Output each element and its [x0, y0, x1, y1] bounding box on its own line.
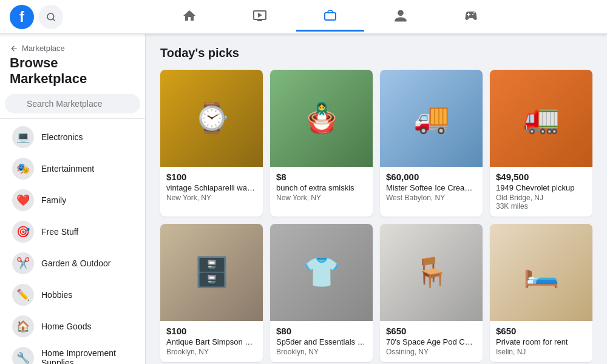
nav-marketplace-button[interactable] [296, 2, 364, 32]
sidebar-item-free-stuff[interactable]: 🎯 Free Stuff [2, 216, 143, 248]
sidebar-item-icon-free-stuff: 🎯 [12, 221, 34, 243]
nav-home-button[interactable] [155, 2, 223, 32]
product-image-p7: 🪑 [380, 224, 483, 321]
product-name-p4: 1949 Chevrolet pickup [496, 183, 586, 192]
sidebar-item-icon-family: ❤️ [12, 189, 34, 211]
sidebar-item-label-home-goods: Home Goods [41, 322, 91, 331]
product-location-p7: Ossining, NY [386, 348, 476, 356]
search-wrap [5, 94, 140, 113]
product-info-p2: $8 bunch of extra smiskis New York, NY [270, 167, 373, 208]
product-card-p6[interactable]: 👕 $80 Sp5der and Essentials Fear of God … [270, 224, 373, 362]
main-content: Today's picks ⌚ $100 vintage Schiaparell… [146, 34, 607, 364]
sidebar-item-label-free-stuff: Free Stuff [41, 227, 78, 237]
svg-line-1 [53, 19, 55, 21]
product-location-p5: Brooklyn, NY [166, 348, 257, 356]
product-price-p3: $60,000 [386, 172, 476, 182]
top-nav-center [155, 2, 505, 32]
product-name-p7: 70's Space Age Pod Chair [386, 337, 476, 346]
product-name-p3: Mister Softee Ice Cream Truck [386, 183, 476, 192]
product-price-p4: $49,500 [496, 172, 586, 182]
product-info-p6: $80 Sp5der and Essentials Fear of God Tr… [270, 321, 373, 362]
product-location-p6: Brooklyn, NY [276, 348, 367, 356]
top-nav-left: f [10, 5, 63, 29]
sidebar-item-entertainment[interactable]: 🎭 Entertainment [2, 153, 143, 184]
product-price-p1: $100 [166, 172, 257, 182]
product-info-p3: $60,000 Mister Softee Ice Cream Truck We… [380, 167, 483, 208]
sidebar-item-label-garden-outdoor: Garden & Outdoor [41, 258, 110, 268]
product-name-p1: vintage Schiaparelli watches [166, 183, 257, 192]
sidebar: Marketplace Browse Marketplace 💻 Electro… [0, 34, 146, 364]
sidebar-item-home-improvement[interactable]: 🔧 Home Improvement Supplies [2, 342, 143, 364]
products-grid: ⌚ $100 vintage Schiaparelli watches New … [160, 70, 592, 362]
breadcrumb-label: Marketplace [22, 44, 65, 53]
sidebar-item-label-home-improvement: Home Improvement Supplies [41, 348, 133, 364]
sidebar-search-input[interactable] [5, 94, 140, 113]
product-card-p8[interactable]: 🛏️ $650 Private room for rent Iselin, NJ [490, 224, 592, 362]
product-info-p8: $650 Private room for rent Iselin, NJ [490, 321, 592, 362]
global-search-button[interactable] [39, 5, 63, 29]
product-name-p6: Sp5der and Essentials Fear of God Tracks… [276, 337, 367, 346]
product-card-p7[interactable]: 🪑 $650 70's Space Age Pod Chair Ossining… [380, 224, 483, 362]
sidebar-item-garden-outdoor[interactable]: ✂️ Garden & Outdoor [2, 248, 143, 279]
product-price-p2: $8 [276, 172, 367, 182]
product-price-p5: $100 [166, 326, 257, 336]
top-nav: f [0, 0, 607, 34]
sidebar-item-label-family: Family [41, 195, 66, 205]
product-price-p8: $650 [496, 326, 586, 336]
product-location-p4: Old Bridge, NJ [496, 194, 586, 202]
product-info-p4: $49,500 1949 Chevrolet pickup Old Bridge… [490, 167, 592, 217]
sidebar-item-icon-garden-outdoor: ✂️ [12, 252, 34, 274]
product-mileage-p4: 33K miles [496, 202, 586, 211]
section-title: Today's picks [160, 46, 592, 60]
sidebar-title: Browse Marketplace [10, 55, 135, 87]
product-location-p8: Iselin, NJ [496, 348, 586, 356]
product-name-p5: Antique Bart Simpson Cabinet [166, 337, 257, 346]
product-image-p5: 🗄️ [160, 224, 263, 321]
product-location-p2: New York, NY [276, 194, 367, 202]
sidebar-item-family[interactable]: ❤️ Family [2, 184, 143, 216]
sidebar-divider [0, 118, 145, 119]
product-image-p3: 🚚 [380, 70, 483, 167]
sidebar-item-hobbies[interactable]: ✏️ Hobbies [2, 279, 143, 311]
sidebar-header: Marketplace Browse Marketplace [0, 39, 145, 94]
sidebar-back-button[interactable]: Marketplace [10, 44, 135, 53]
sidebar-item-icon-home-improvement: 🔧 [12, 347, 34, 364]
product-card-p1[interactable]: ⌚ $100 vintage Schiaparelli watches New … [160, 70, 263, 217]
sidebar-item-home-goods[interactable]: 🏠 Home Goods [2, 311, 143, 342]
product-info-p5: $100 Antique Bart Simpson Cabinet Brookl… [160, 321, 263, 362]
nav-profile-button[interactable] [367, 2, 435, 32]
nav-gaming-button[interactable] [437, 2, 505, 32]
sidebar-item-label-hobbies: Hobbies [41, 290, 72, 300]
product-image-p1: ⌚ [160, 70, 263, 167]
product-card-p5[interactable]: 🗄️ $100 Antique Bart Simpson Cabinet Bro… [160, 224, 263, 362]
sidebar-item-icon-hobbies: ✏️ [12, 284, 34, 306]
product-card-p3[interactable]: 🚚 $60,000 Mister Softee Ice Cream Truck … [380, 70, 483, 217]
sidebar-items-list: 💻 Electronics 🎭 Entertainment ❤️ Family … [0, 121, 145, 364]
nav-watch-button[interactable] [226, 2, 294, 32]
sidebar-item-icon-entertainment: 🎭 [12, 158, 34, 180]
sidebar-item-label-electronics: Electronics [41, 132, 83, 142]
product-image-p4: 🚛 [490, 70, 592, 167]
product-image-p8: 🛏️ [490, 224, 592, 321]
product-card-p2[interactable]: 🪆 $8 bunch of extra smiskis New York, NY [270, 70, 373, 217]
product-info-p7: $650 70's Space Age Pod Chair Ossining, … [380, 321, 483, 362]
facebook-logo[interactable]: f [10, 5, 34, 29]
product-name-p2: bunch of extra smiskis [276, 183, 367, 192]
sidebar-item-electronics[interactable]: 💻 Electronics [2, 121, 143, 153]
product-name-p8: Private room for rent [496, 337, 586, 346]
product-image-p2: 🪆 [270, 70, 373, 167]
product-price-p7: $650 [386, 326, 476, 336]
product-price-p6: $80 [276, 326, 367, 336]
layout: Marketplace Browse Marketplace 💻 Electro… [0, 34, 607, 364]
product-image-p6: 👕 [270, 224, 373, 321]
sidebar-item-icon-home-goods: 🏠 [12, 315, 34, 337]
product-location-p1: New York, NY [166, 194, 257, 202]
sidebar-item-icon-electronics: 💻 [12, 126, 34, 148]
product-location-p3: West Babylon, NY [386, 194, 476, 202]
product-info-p1: $100 vintage Schiaparelli watches New Yo… [160, 167, 263, 208]
sidebar-item-label-entertainment: Entertainment [41, 164, 94, 174]
product-card-p4[interactable]: 🚛 $49,500 1949 Chevrolet pickup Old Brid… [490, 70, 592, 217]
